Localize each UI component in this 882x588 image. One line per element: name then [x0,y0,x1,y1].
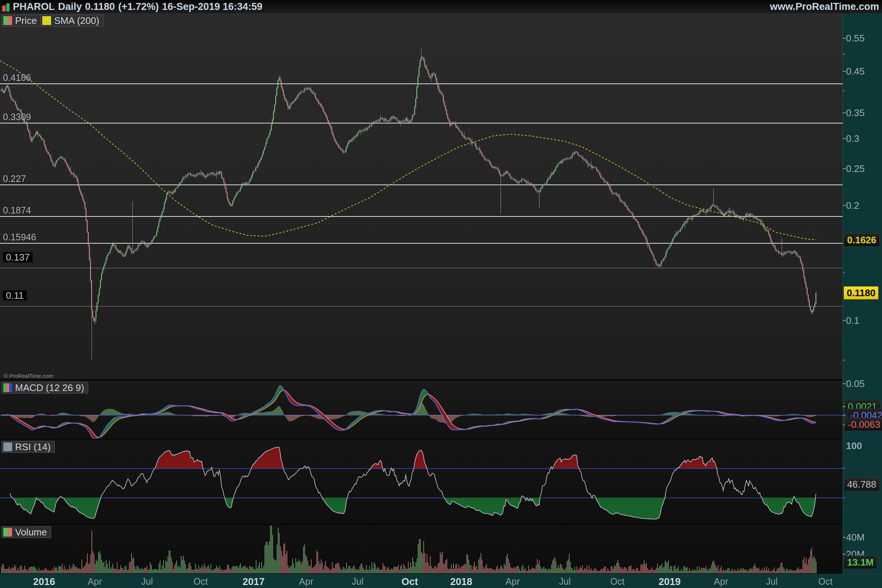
price-legend[interactable]: Price [2,15,41,27]
price-legend-row: Price SMA (200) [2,15,103,27]
rsi-swatch-icon [3,442,12,451]
time-axis-label: Oct [818,576,833,587]
sma-legend[interactable]: SMA (200) [40,15,103,27]
axis-tick [843,554,846,555]
axis-minor-tick [843,360,844,360]
price-level-label: 0.11 [3,290,27,301]
time-axis-label: Apr [88,576,102,587]
axis-tick [843,38,846,39]
copyright-watermark: © ProRealTime.com [4,373,53,379]
macd-legend-label: MACD (12 26 9) [15,382,84,394]
time-axis-label: Apr [506,576,520,587]
price-level-label: 0.4186 [3,73,31,82]
price-tick-label: 0.45 [846,66,865,77]
axis-tick [843,205,846,206]
macd-legend-row: MACD (12 26 9) [2,382,88,394]
volume-tick-label: 40M [846,532,865,543]
axis-tick [843,537,846,538]
time-axis-label: 2019 [658,576,681,588]
axis-minor-tick [843,90,844,91]
time-axis-label: 2017 [243,576,265,588]
sma-legend-label: SMA (200) [54,15,99,27]
time-axis-label: Apr [714,576,728,587]
macd-swatch-icon [3,383,12,392]
time-axis-label: Oct [401,576,418,588]
price-level-label: 0.227 [3,174,26,183]
price-legend-label: Price [15,15,37,27]
macd-value-badge: -0.0063 [844,418,882,432]
price-level-label: 0.137 [3,252,33,262]
time-axis-label: Jul [352,576,363,587]
axis-minor-tick [843,54,844,54]
volume-legend[interactable]: Volume [2,526,51,538]
rsi-band-tick [843,497,845,498]
time-axis-label: Jul [766,576,778,587]
axis-tick [843,168,846,169]
sma-value-badge: 0.1626 [844,233,880,247]
volume-swatch-icon [3,528,12,537]
axis-tick [843,138,846,139]
macd-value-tick [843,415,845,416]
time-axis-label: Oct [610,576,625,587]
price-tick-label: 0.25 [846,163,865,175]
axis-tick [843,112,846,113]
price-level-label: 0.3309 [3,112,31,122]
time-axis-label: Oct [194,576,208,587]
price-tick-label: 0.2 [846,200,859,212]
time-axis-label: 2018 [450,576,472,588]
axis-minor-tick [843,272,844,273]
prorealtime-window: PHAROL Daily 0.1180 (+1.72%) 16-Sep-2019… [0,0,882,588]
last-price-badge: 0.1180 [844,286,878,300]
price-swatch-icon [3,16,12,25]
rsi-legend-label: RSI (14) [15,441,51,453]
time-axis-strip[interactable] [0,574,882,588]
axis-tick [843,383,846,384]
macd-value-tick [843,406,845,407]
rsi-legend-row: RSI (14) [2,441,55,453]
price-tick-label: 0.05 [846,378,865,390]
volume-legend-label: Volume [15,526,47,538]
rsi-tick-label: 100 [846,440,862,452]
rsi-band-tick [843,468,845,469]
macd-legend[interactable]: MACD (12 26 9) [2,382,88,394]
price-tick-label: 0.1 [846,315,859,326]
price-level-label: 0.1874 [3,206,31,215]
price-tick-label: 0.35 [846,107,865,119]
price-tick-label: 0.3 [846,133,859,144]
chart-canvas[interactable] [0,0,882,588]
time-axis-label: Apr [299,576,314,587]
sma-swatch-icon [42,16,51,25]
time-axis-label: Jul [559,576,571,587]
time-axis-label: 2016 [33,576,55,588]
rsi-value-badge: 46.788 [844,478,880,491]
rsi-legend[interactable]: RSI (14) [2,441,55,453]
volume-legend-row: Volume [2,526,51,538]
volume-value-badge: 13.1M [844,556,877,569]
time-axis-label: Jul [141,576,153,587]
axis-tick [843,71,846,72]
price-level-label: 0.15946 [3,232,36,242]
price-tick-label: 0.55 [846,33,865,44]
axis-tick [843,320,846,321]
